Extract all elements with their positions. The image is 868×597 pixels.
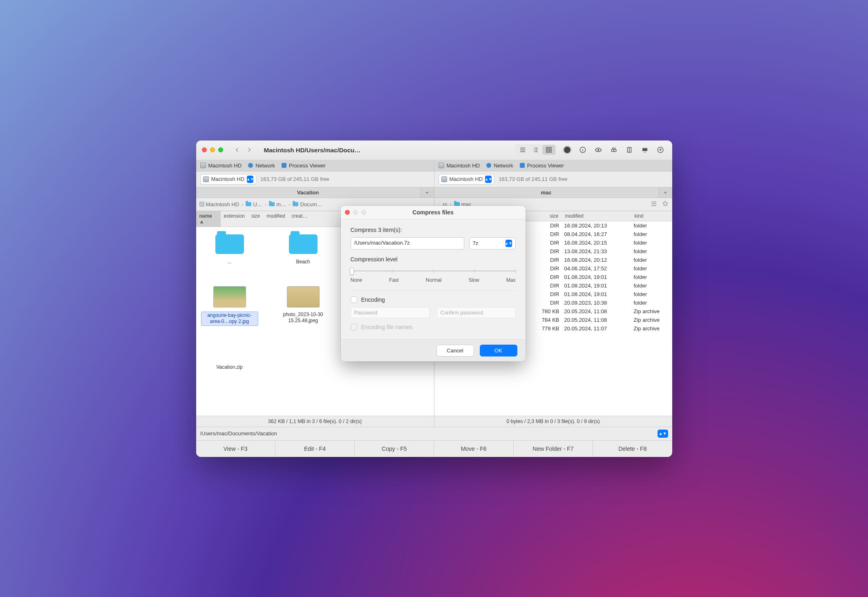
dialog-close-button[interactable]: [345, 210, 350, 215]
drive-label: Macintosh HD: [447, 163, 480, 169]
grid-item-label: Vacation.zip: [216, 364, 242, 371]
drive-label: Process Viewer: [527, 163, 564, 169]
volume-selector-left[interactable]: Macintosh HD ▲▼: [200, 174, 257, 185]
breadcrumb[interactable]: U…: [246, 201, 262, 207]
password-input[interactable]: Password: [351, 307, 430, 318]
output-path-input[interactable]: /Users/mac/Vacation.7z: [351, 237, 464, 249]
remote-button[interactable]: [640, 145, 649, 154]
breadcrumb[interactable]: Macintosh HD: [199, 201, 239, 207]
fkey-button[interactable]: Copy - F5: [354, 441, 434, 457]
archive-format-select[interactable]: 7z ▲▼: [469, 237, 516, 249]
cell-size: DIR: [529, 239, 562, 246]
fkey-button[interactable]: Move - F6: [434, 441, 513, 457]
current-path: /Users/mac/Documents/Vacation: [200, 430, 277, 437]
grid-item[interactable]: photo_2023-10-30 15.25.48.jpeg: [275, 285, 332, 326]
archive-button[interactable]: [625, 145, 634, 154]
path-history-button[interactable]: ▲▼: [658, 430, 668, 438]
cell-size: DIR: [529, 248, 562, 255]
history-nav: [232, 145, 254, 155]
search-binoculars-button[interactable]: [609, 145, 618, 154]
cancel-button[interactable]: Cancel: [436, 345, 474, 356]
col-created[interactable]: creat…: [289, 211, 311, 227]
toolbar: [515, 144, 667, 156]
compress-dialog: Compress files Compress 3 item(s): /User…: [341, 206, 526, 361]
svg-point-6: [611, 149, 614, 152]
hidden-files-toggle[interactable]: [563, 145, 572, 154]
col-ext[interactable]: extension: [221, 211, 248, 227]
function-key-bar: View - F3Edit - F4Copy - F5Move - F6New …: [196, 440, 672, 457]
encoding-label: Encoding: [361, 296, 385, 303]
nav-forward-button[interactable]: [244, 145, 254, 155]
drive-network-right[interactable]: Network: [486, 163, 513, 169]
nav-back-button[interactable]: [232, 145, 242, 155]
cell-size: DIR: [529, 282, 562, 289]
slider-labels: None Fast Normal Slow Max: [351, 277, 516, 283]
dialog-title: Compress files: [366, 209, 500, 216]
panel-list-icon[interactable]: [650, 200, 658, 209]
svg-rect-3: [549, 151, 551, 153]
dialog-body: Compress 3 item(s): /Users/mac/Vacation.…: [341, 219, 526, 339]
add-tab-left-button[interactable]: +: [420, 187, 434, 198]
tab-vacation[interactable]: Vacation: [196, 187, 420, 198]
col-size[interactable]: size: [248, 211, 263, 227]
fkey-button[interactable]: New Folder - F7: [513, 441, 593, 457]
panel-view-icons: [650, 200, 669, 209]
slider-knob[interactable]: [350, 267, 354, 275]
fkey-button[interactable]: Edit - F4: [275, 441, 354, 457]
fkey-button[interactable]: View - F3: [196, 441, 275, 457]
quicklook-button[interactable]: [594, 145, 603, 154]
compression-level-slider[interactable]: [351, 267, 516, 275]
breadcrumb[interactable]: Docum…: [293, 201, 322, 207]
svg-rect-9: [642, 148, 647, 151]
add-tab-right-button[interactable]: +: [658, 187, 672, 198]
cell-modified: 08.04.2024, 16:27: [562, 231, 631, 238]
tab-mac[interactable]: mac: [434, 187, 658, 198]
fkey-button[interactable]: Delete - F8: [593, 441, 672, 457]
cell-size: DIR: [529, 256, 562, 263]
download-button[interactable]: [656, 145, 665, 154]
col-size[interactable]: size: [529, 211, 562, 221]
svg-point-7: [614, 149, 616, 152]
volume-selector-right[interactable]: Macintosh HD ▲▼: [438, 174, 495, 185]
drive-network-left[interactable]: Network: [248, 163, 275, 169]
view-list-button[interactable]: [529, 145, 542, 155]
drive-process-right[interactable]: Process Viewer: [520, 163, 564, 169]
grid-item-label: ..: [228, 259, 231, 265]
info-button[interactable]: [578, 145, 587, 154]
view-list-lines-button[interactable]: [516, 145, 529, 155]
dialog-window-controls: [345, 210, 366, 215]
col-modified[interactable]: modified: [263, 211, 288, 227]
col-kind[interactable]: kind: [631, 211, 672, 221]
dialog-titlebar: Compress files: [341, 206, 526, 219]
favorite-star-icon[interactable]: [662, 200, 669, 209]
dialog-headline: Compress 3 item(s):: [351, 227, 516, 233]
status-row: 362 KB / 1,1 MB in 3 / 6 file(s). 0 / 2 …: [196, 416, 672, 427]
grid-item[interactable]: ..: [201, 232, 258, 273]
drive-process-left[interactable]: Process Viewer: [282, 163, 326, 169]
col-name[interactable]: name ▲: [196, 211, 221, 227]
drive-hd-right[interactable]: Macintosh HD: [438, 163, 480, 169]
grid-item[interactable]: Vacation.zip: [201, 337, 258, 371]
confirm-password-input[interactable]: Confirm password: [437, 307, 516, 318]
grid-item[interactable]: angourie-bay-picnic-area-0…opy 2.jpg: [201, 285, 258, 326]
col-modified[interactable]: modified: [562, 211, 631, 221]
cell-modified: 16.08.2024, 20:12: [562, 256, 631, 263]
minimize-window-button[interactable]: [210, 147, 215, 152]
free-space-right: 163,73 GB of 245,11 GB free: [499, 176, 567, 182]
encoding-checkbox-row[interactable]: Encoding: [351, 296, 516, 303]
close-window-button[interactable]: [202, 147, 207, 152]
breadcrumb[interactable]: m…: [269, 201, 286, 207]
cell-size: DIR: [529, 222, 562, 229]
cell-modified: 01.08.2024, 19:01: [562, 274, 631, 281]
drive-hd-left[interactable]: Macintosh HD: [200, 163, 242, 169]
dialog-minimize-button: [353, 210, 358, 215]
zoom-window-button[interactable]: [218, 147, 223, 152]
ok-button[interactable]: OK: [480, 345, 517, 356]
encoding-checkbox[interactable]: [351, 296, 357, 303]
cell-size: 784 KB: [529, 316, 562, 323]
view-grid-button[interactable]: [542, 145, 555, 155]
volumes-row: Macintosh HD ▲▼ 163,73 GB of 245,11 GB f…: [196, 172, 672, 187]
image-thumbnail: [211, 285, 248, 309]
grid-item[interactable]: Beach: [275, 232, 332, 273]
drive-label: Macintosh HD: [208, 163, 242, 169]
